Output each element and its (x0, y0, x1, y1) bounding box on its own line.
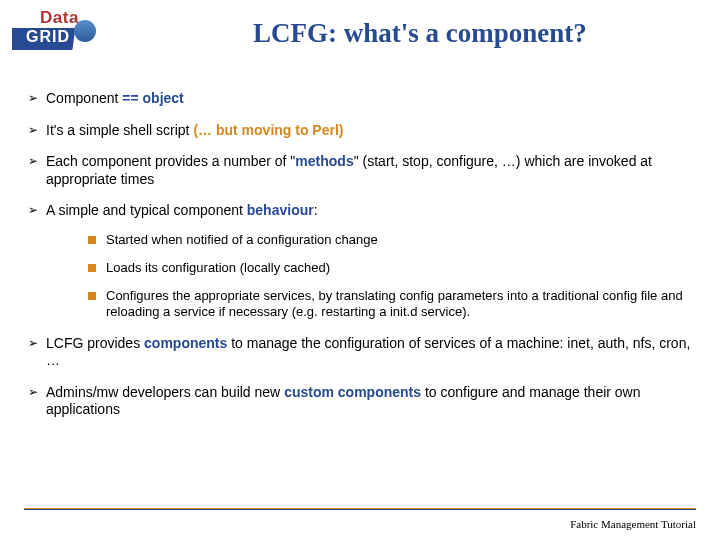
square-bullet-icon (88, 236, 96, 244)
bullet-item: ➢ Each component provides a number of "m… (28, 153, 696, 188)
sub-bullet-item: Started when notified of a configuration… (88, 232, 696, 248)
globe-icon (74, 20, 96, 42)
bullet-item: ➢ It's a simple shell script (… but movi… (28, 122, 696, 140)
footer-text: Fabric Management Tutorial (570, 518, 696, 530)
square-bullet-icon (88, 264, 96, 272)
arrow-icon: ➢ (28, 335, 42, 352)
sub-bullet-item: Loads its configuration (locally cached) (88, 260, 696, 276)
arrow-icon: ➢ (28, 153, 42, 170)
arrow-icon: ➢ (28, 384, 42, 401)
bullet-item: ➢ Admins/mw developers can build new cus… (28, 384, 696, 419)
logo: Data GRID (12, 8, 102, 64)
arrow-icon: ➢ (28, 202, 42, 219)
bullet-item: ➢ LCFG provides components to manage the… (28, 335, 696, 370)
arrow-icon: ➢ (28, 90, 42, 107)
sub-bullet-item: Configures the appropriate services, by … (88, 288, 696, 321)
bullet-item: ➢ Component == object (28, 90, 696, 108)
bullet-item: ➢ A simple and typical component behavio… (28, 202, 696, 220)
slide-title: LCFG: what's a component? (150, 18, 690, 49)
square-bullet-icon (88, 292, 96, 300)
sub-bullet-list: Started when notified of a configuration… (88, 232, 696, 321)
slide-content: ➢ Component == object ➢ It's a simple sh… (28, 90, 696, 433)
logo-bottom-text: GRID (26, 28, 70, 46)
footer-divider (24, 508, 696, 510)
arrow-icon: ➢ (28, 122, 42, 139)
